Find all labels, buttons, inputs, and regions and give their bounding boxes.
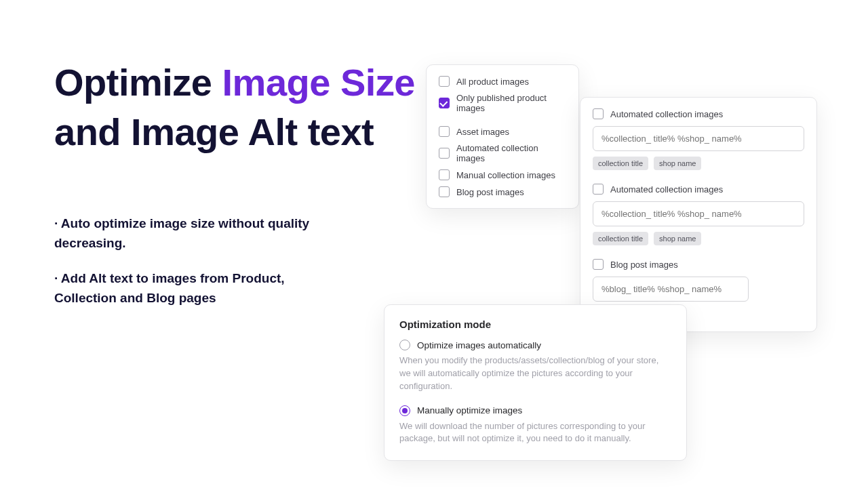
checkbox-icon [593,108,604,119]
checkbox-asset-images[interactable]: Asset images [439,126,566,137]
checkbox-icon [593,184,604,195]
checkbox-label: Blog post images [456,187,524,197]
alt-template-input[interactable] [593,277,749,302]
tag-collection-title[interactable]: collection title [593,157,648,170]
tag-shop-name[interactable]: shop name [654,157,701,170]
checkbox-manual-collection[interactable]: Manual collection images [439,169,566,180]
image-types-card: All product images Only published produc… [426,64,579,209]
alt-group-checkbox[interactable]: Automated collection images [593,184,804,195]
checkbox-icon [593,259,604,270]
checkbox-label: Only published product images [456,93,566,113]
radio-label: Manually optimize images [417,405,522,415]
radio-automatic[interactable]: Optimize images automatically [399,340,671,350]
checkbox-label: All product images [456,77,529,87]
checkbox-icon [439,76,450,87]
mode-title: Optimization mode [399,319,671,330]
alt-group-label: Automated collection images [610,109,723,119]
bullet-2: · Add Alt text to images from Product, C… [54,269,326,308]
checkbox-label: Automated collection images [456,143,566,163]
spacer [439,119,566,126]
radio-description: When you modify the products/assets/coll… [399,354,671,393]
optimization-mode-card: Optimization mode Optimize images automa… [384,304,687,461]
alt-group-auto-collection-1: Automated collection images collection t… [593,108,804,170]
checkbox-icon [439,148,450,159]
tag-shop-name[interactable]: shop name [654,232,701,245]
checkbox-all-products[interactable]: All product images [439,76,566,87]
checkbox-icon [439,186,450,197]
heading-part2: and Image Alt text [54,110,374,153]
checkbox-icon [439,98,450,108]
radio-icon [399,405,410,416]
heading-accent: Image Size [222,61,415,104]
checkbox-icon [439,126,450,137]
alt-group-checkbox[interactable]: Blog post images [593,259,804,270]
checkbox-label: Manual collection images [456,170,555,180]
radio-label: Optimize images automatically [417,340,541,350]
page-heading: Optimize Image Size and Image Alt text [54,58,434,157]
alt-group-checkbox[interactable]: Automated collection images [593,108,804,119]
alt-group-label: Automated collection images [610,184,723,195]
alt-text-card: Automated collection images collection t… [580,97,817,332]
alt-group-label: Blog post images [610,260,678,270]
checkbox-blog-images[interactable]: Blog post images [439,186,566,197]
heading-part1: Optimize [54,61,222,104]
radio-manual[interactable]: Manually optimize images [399,405,671,416]
radio-description: We will download the number of pictures … [399,420,671,446]
feature-bullets: · Auto optimize image size without quali… [54,214,326,324]
alt-template-input[interactable] [593,201,804,226]
checkbox-auto-collection[interactable]: Automated collection images [439,143,566,163]
radio-icon [399,340,410,350]
alt-template-input[interactable] [593,126,804,151]
checkbox-icon [439,169,450,180]
alt-group-auto-collection-2: Automated collection images collection t… [593,184,804,245]
tag-row: collection title shop name [593,157,804,170]
tag-collection-title[interactable]: collection title [593,232,648,245]
checkbox-label: Asset images [456,127,509,137]
bullet-1: · Auto optimize image size without quali… [54,214,326,253]
tag-row: collection title shop name [593,232,804,245]
checkbox-only-published[interactable]: Only published product images [439,93,566,113]
